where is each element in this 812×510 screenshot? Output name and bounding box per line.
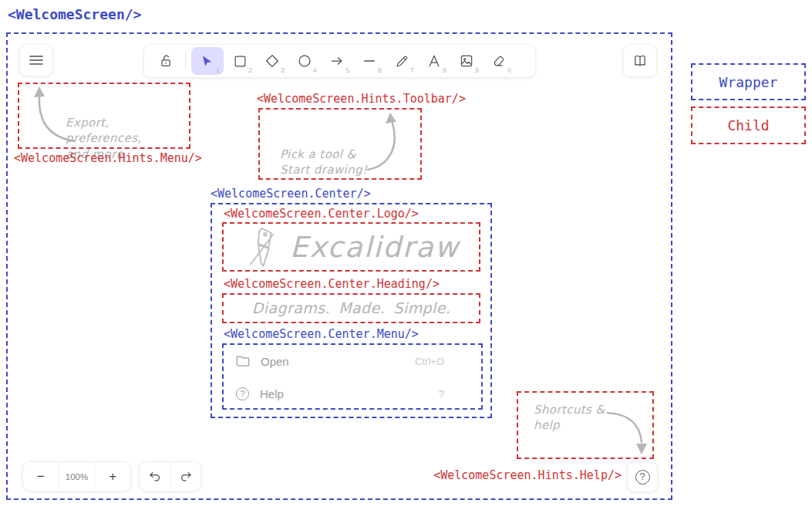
hamburger-menu-icon (29, 55, 43, 66)
tool-diamond[interactable]: 3 (256, 47, 288, 75)
hint-help-box: Shortcuts & help (517, 391, 654, 459)
tool-selection[interactable]: 1 (191, 47, 224, 75)
zoom-in-button[interactable]: + (94, 462, 130, 491)
center-heading-text: Diagrams. Made. Simple. (252, 299, 451, 319)
hamburger-menu-button[interactable] (19, 44, 53, 76)
hint-toolbar-box: Pick a tool & Start drawing! (258, 108, 422, 180)
undo-button[interactable] (140, 462, 170, 491)
hint-toolbar-text: Pick a tool & Start drawing! (280, 147, 367, 178)
ellipse-icon (297, 53, 312, 69)
lock-open-icon (159, 53, 174, 69)
zoom-level-button[interactable]: 100% (59, 462, 95, 491)
center-label: <WelcomeScreen.Center/> (211, 187, 371, 201)
redo-icon (179, 470, 193, 483)
center-menu-item-help[interactable]: ? Help ? (225, 383, 480, 404)
excalidraw-logo-text: Excalidraw (290, 231, 460, 264)
center-menu-label: <WelcomeScreen.Center.Menu/> (224, 327, 419, 341)
root-component-label: <WelcomeScreen/> (8, 6, 141, 22)
zoom-controls: − 100% + (22, 461, 131, 491)
toolbar-divider (185, 52, 186, 69)
legend-child-box: Child (691, 106, 806, 144)
hint-help-label: <WelcomeScreen.Hints.Help/> (424, 468, 622, 482)
hint-menu-box: Export, preferences, and more... (18, 83, 190, 149)
folder-icon (236, 355, 250, 367)
center-logo-label: <WelcomeScreen.Center.Logo/> (224, 207, 419, 221)
pencil-icon (395, 54, 409, 69)
menu-item-shortcut: Ctrl+O (415, 356, 444, 367)
image-icon (459, 53, 474, 69)
tool-rectangle[interactable]: 2 (224, 47, 256, 75)
center-menu-box: Open Ctrl+O ? Help ? (222, 343, 483, 410)
toolbar: 1 2 3 4 5 (143, 44, 536, 78)
welcome-screen-annotation-page: <WelcomeScreen/> 1 (0, 0, 812, 510)
tool-text[interactable]: 8 (418, 47, 450, 75)
tool-lock[interactable] (152, 47, 180, 75)
diamond-icon (264, 53, 280, 69)
text-icon (426, 53, 442, 69)
question-icon: ? (635, 470, 650, 485)
tool-arrow[interactable]: 5 (321, 47, 353, 75)
help-button[interactable]: ? (627, 461, 658, 492)
center-menu-item-open[interactable]: Open Ctrl+O (225, 351, 480, 371)
legend-wrapper-label: Wrapper (719, 74, 778, 90)
hint-help-text: Shortcuts & help (534, 402, 605, 434)
tool-draw[interactable]: 7 (386, 47, 418, 75)
plus-icon: + (109, 469, 116, 485)
book-icon (632, 54, 648, 68)
menu-item-label: Open (261, 355, 289, 368)
zoom-out-button[interactable]: − (23, 462, 59, 491)
tool-line[interactable]: 6 (353, 47, 386, 75)
menu-item-shortcut: ? (439, 388, 444, 400)
tool-image[interactable]: 9 (450, 47, 483, 75)
menu-item-label: Help (260, 387, 284, 400)
rectangle-icon (233, 54, 248, 69)
tool-eraser[interactable]: 0 (483, 47, 515, 75)
minus-icon: − (37, 469, 45, 485)
legend-wrapper-box: Wrapper (691, 63, 806, 100)
arrow-icon (329, 53, 345, 69)
center-heading-label: <WelcomeScreen.Center.Heading/> (224, 277, 440, 291)
hint-menu-label: <WelcomeScreen.Hints.Menu/> (14, 151, 202, 165)
hint-toolbar-label: <WelcomeScreen.Hints.Toolbar/> (257, 92, 466, 106)
undo-icon (148, 470, 162, 483)
excalidraw-logo-icon (242, 225, 279, 269)
help-circle-icon: ? (236, 387, 249, 400)
selection-cursor-icon (200, 54, 214, 68)
zoom-level-value: 100% (66, 472, 88, 481)
legend-child-label: Child (727, 117, 769, 133)
redo-button[interactable] (170, 462, 200, 491)
library-button[interactable] (623, 44, 657, 77)
eraser-icon (491, 53, 507, 69)
history-controls (139, 461, 201, 491)
center-heading-box: Diagrams. Made. Simple. (222, 293, 480, 323)
tool-ellipse[interactable]: 4 (288, 47, 321, 75)
center-logo-box: Excalidraw (222, 222, 480, 272)
line-icon (362, 53, 377, 69)
